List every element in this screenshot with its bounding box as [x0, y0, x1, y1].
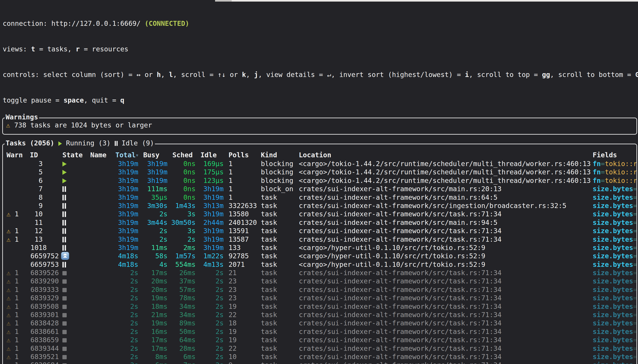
sched-cell: 34ms — [168, 302, 196, 311]
warning-triangle-icon: ⚠ — [6, 277, 10, 285]
column-header-idle[interactable]: Idle — [196, 151, 224, 159]
pause-quit-line: toggle pause = space, quit = q — [3, 96, 638, 104]
location-cell: crates/sui-indexer-alt-framework/src/tas… — [299, 294, 593, 302]
column-header-sched[interactable]: Sched — [168, 151, 196, 159]
polls-cell: 3322633 — [224, 202, 261, 210]
fields-cell: size.bytes= — [593, 193, 636, 202]
warn-count: 1 — [14, 227, 19, 235]
task-row[interactable]: ⚠ 1 13 3h19m 2s 2s 3h19m 13587 task crat… — [3, 235, 636, 244]
idle-cell: 1m22s — [196, 252, 224, 260]
task-row[interactable]: 6 3h19m 3h19m 0ns 123µs 1 blocking <carg… — [3, 176, 636, 185]
task-row[interactable]: 6659753 4m18s 4s 554ms 4m13s 2071 task <… — [3, 260, 636, 268]
column-header-kind[interactable]: Kind — [261, 151, 299, 159]
location-cell: crates/sui-indexer-alt-framework/src/mai… — [299, 218, 593, 227]
warning-triangle-icon: ⚠ — [6, 210, 10, 218]
task-row[interactable]: ⚠ 1 12 3h19m 2s 3s 3h19m 13591 task crat… — [3, 227, 636, 235]
task-row[interactable]: 11 3h19m 3m44s 30m50s 2h44m 2401320 task… — [3, 218, 636, 227]
task-row[interactable]: ⚠ 1 6839333 2s 20ms 57ms 2s 23 task crat… — [3, 286, 636, 294]
polls-cell: 1 — [224, 168, 261, 176]
column-header-polls[interactable]: Polls — [224, 151, 261, 159]
column-header-warn[interactable]: Warn — [6, 151, 30, 159]
scrollbar-thumb[interactable] — [215, 0, 232, 2]
busy-cell: 19ms — [138, 319, 168, 328]
task-row[interactable]: 7 3h19m 111ms 0ns 3h19m 1 block_on crate… — [3, 185, 636, 193]
task-row[interactable]: ⚠ 1 6839508 2s 18ms 34ms 2s 19 task crat… — [3, 302, 636, 310]
polls-cell: 9 — [224, 361, 261, 364]
fields-cell: size.bytes= — [593, 218, 636, 227]
task-row[interactable]: ⚠ 1 10 3h19m 2s 3s 3h19m 13580 task crat… — [3, 210, 636, 218]
fields-cell: size.bytes= — [593, 344, 636, 353]
window-scrollbar-strip[interactable] — [215, 0, 638, 2]
column-header-state[interactable]: State — [59, 151, 90, 159]
task-row[interactable]: 5 3h19m 3h19m 0ns 175µs 1 blocking <carg… — [3, 168, 636, 176]
warning-item: ⚠ 738 tasks are 1024 bytes or larger — [3, 118, 636, 130]
warn-cell: ⚠ 1 — [6, 328, 30, 336]
busy-cell: 16ms — [138, 328, 168, 336]
task-row[interactable]: 9 3h19m 3m30s 1m43s 3h13m 3322633 task c… — [3, 202, 636, 210]
task-row[interactable]: 3 3h19m 3h19m 0ns 169µs 1 blocking <carg… — [3, 160, 636, 168]
task-row[interactable]: ⚠ 1 6838661 2s 16ms 50ms 2s 19 task crat… — [3, 328, 636, 336]
views-line: views: t = tasks, r = resources — [3, 45, 638, 54]
location-cell: crates/sui-indexer-alt-framework/src/tas… — [299, 328, 593, 336]
location-cell: crates/sui-indexer-alt-framework/src/tas… — [299, 286, 593, 294]
play-icon — [62, 178, 67, 183]
total-cell: 2s — [116, 336, 138, 344]
total-cell: 2s — [116, 352, 138, 361]
warning-triangle-icon: ⚠ — [6, 269, 10, 277]
total-cell: 4m18s — [116, 260, 138, 269]
busy-cell: 3h19m — [138, 160, 168, 168]
kind-cell: task — [261, 193, 299, 202]
column-header-total[interactable]: Total▿ — [116, 151, 138, 160]
sched-cell: 30m50s — [168, 218, 196, 227]
warn-count: 1 — [14, 269, 19, 277]
column-header-name[interactable]: Name — [90, 151, 116, 159]
task-row[interactable]: ⚠ 1 6839290 2s 20ms 37ms 2s 23 task crat… — [3, 277, 636, 285]
task-row[interactable]: ⚠ 1 6839526 2s 17ms 26ms 2s 21 task crat… — [3, 268, 636, 277]
kind-cell: task — [261, 252, 299, 260]
task-row[interactable]: 1018 3h19m 11ms 2ms 3h19m 133 task <carg… — [3, 244, 636, 252]
task-id: 11 — [30, 218, 59, 227]
tasks-count-label: Tasks (2056) — [6, 139, 54, 147]
busy-cell: 11ms — [138, 244, 168, 252]
total-cell: 3h19m — [116, 244, 138, 252]
warning-triangle-icon: ⚠ — [6, 361, 10, 364]
polls-cell: 22 — [224, 344, 261, 353]
total-cell: 2s — [116, 294, 138, 302]
busy-cell: 21ms — [138, 310, 168, 319]
task-id: 6 — [30, 176, 59, 185]
task-row[interactable]: ⚠ 1 6838659 2s 17ms 64ms 2s 19 task crat… — [3, 336, 636, 344]
location-cell: <cargo>/hyper-util-0.1.10/src/rt/tokio.r… — [299, 244, 593, 252]
task-row[interactable]: 8 3h19m 35µs 0ns 3h19m 1 task crates/sui… — [3, 193, 636, 202]
busy-cell: 3m30s — [138, 202, 168, 210]
column-header-fields[interactable]: Fields — [593, 151, 636, 159]
task-row[interactable]: ⚠ 1 6839344 2s 17ms 28ms 2s 22 task crat… — [3, 344, 636, 352]
busy-cell: 3h19m — [138, 176, 168, 185]
field-key: size.bytes — [593, 236, 633, 243]
polls-cell: 1 — [224, 185, 261, 193]
task-row[interactable]: ⚠ 1 6839301 2s 21ms 34ms 2s 22 task crat… — [3, 310, 636, 319]
sched-cell: 50ms — [168, 328, 196, 336]
column-header-id[interactable]: ID — [30, 151, 59, 159]
idle-cell: 2s — [196, 336, 224, 344]
busy-cell: 2s — [138, 210, 168, 218]
location-cell: <cargo>/hyper-util-0.1.10/src/rt/tokio.r… — [299, 252, 593, 260]
task-row[interactable]: ⚠ 1 6838428 2s 19ms 89ms 2s 18 task crat… — [3, 319, 636, 327]
busy-cell: 18ms — [138, 302, 168, 311]
column-header-busy[interactable]: Busy — [138, 151, 168, 159]
location-cell: <cargo>/tokio-1.44.2/src/runtime/schedul… — [299, 160, 593, 168]
warn-count: 1 — [14, 277, 19, 285]
task-row[interactable]: 6659752 4m18s 58s 1m57s 1m22s 92785 task… — [3, 252, 636, 260]
sched-cell: 6ms — [168, 352, 196, 361]
task-row[interactable]: ⚠ 1 6839329 2s 19ms 78ms 2s 23 task crat… — [3, 294, 636, 302]
task-row[interactable]: ⚠ 1 6838684 2s 6ms 7ms 2s 9 task crates/… — [3, 361, 636, 364]
total-cell: 3h19m — [116, 160, 138, 168]
sched-cell: 0ns — [168, 176, 196, 185]
task-row[interactable]: ⚠ 1 6839521 2s 8ms 6ms 2s 10 task crates… — [3, 352, 636, 361]
fields-cell: size.bytes= — [593, 294, 636, 302]
sched-cell: 1m57s — [168, 252, 196, 260]
warn-count: 1 — [14, 336, 19, 344]
column-header-location[interactable]: Location — [299, 151, 593, 159]
task-id: 6839329 — [30, 294, 59, 302]
task-id: 6838661 — [30, 328, 59, 336]
busy-cell: 19ms — [138, 294, 168, 302]
